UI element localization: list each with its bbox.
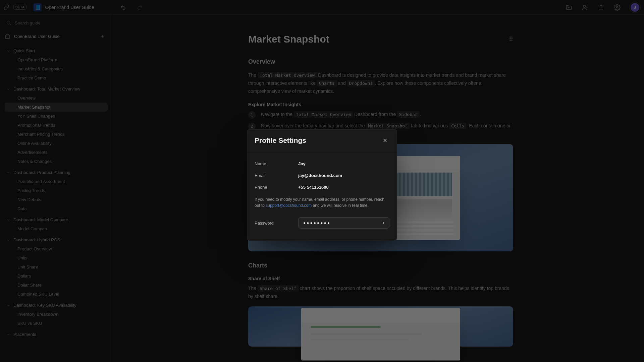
- name-label: Name: [255, 161, 298, 166]
- email-label: Email: [255, 173, 298, 178]
- help-text: If you need to modify your name, email a…: [255, 196, 389, 208]
- field-email: Email jay@docshound.com: [255, 170, 389, 181]
- profile-settings-modal: Profile Settings Name Jay Email jay@docs…: [247, 129, 397, 241]
- password-label: Password: [255, 221, 298, 226]
- password-input[interactable]: ●●●●●●●●: [298, 217, 389, 229]
- name-value: Jay: [298, 161, 306, 166]
- support-email-link[interactable]: support@docshound.com: [266, 203, 312, 208]
- modal-header: Profile Settings: [247, 129, 397, 151]
- close-icon: [382, 137, 388, 143]
- field-password: Password ●●●●●●●●: [255, 216, 389, 230]
- modal-body: Name Jay Email jay@docshound.com Phone +…: [247, 151, 397, 241]
- close-button[interactable]: [381, 136, 389, 145]
- modal-title: Profile Settings: [255, 136, 306, 144]
- modal-overlay[interactable]: Profile Settings Name Jay Email jay@docs…: [0, 0, 644, 362]
- chevron-right-icon[interactable]: [381, 221, 386, 225]
- phone-value: +55 541151600: [298, 185, 329, 190]
- password-dots: ●●●●●●●●: [303, 221, 331, 225]
- field-phone: Phone +55 541151600: [255, 181, 389, 193]
- email-value: jay@docshound.com: [298, 173, 342, 178]
- field-name: Name Jay: [255, 158, 389, 170]
- phone-label: Phone: [255, 185, 298, 190]
